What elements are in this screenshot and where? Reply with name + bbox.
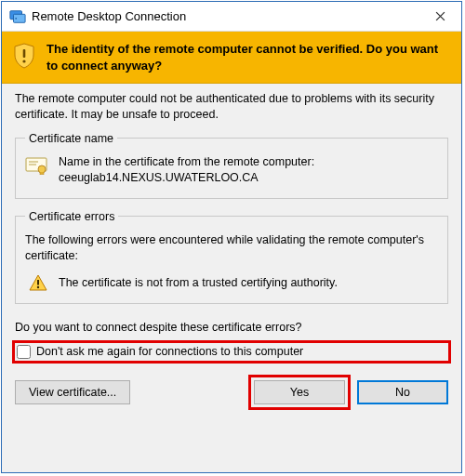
close-button[interactable]: [418, 2, 461, 32]
cert-error-item: The certificate is not from a trusted ce…: [25, 273, 438, 292]
dont-ask-checkbox[interactable]: [17, 345, 31, 359]
warning-triangle-icon: [29, 273, 47, 292]
svg-point-2: [15, 17, 17, 19]
connect-prompt: Do you want to connect despite these cer…: [15, 321, 448, 334]
rdc-app-icon: [9, 8, 26, 25]
yes-button[interactable]: Yes: [254, 380, 345, 404]
dialog-body: The remote computer could not be authent…: [2, 84, 461, 472]
svg-point-10: [37, 285, 39, 287]
window-title: Remote Desktop Connection: [32, 9, 418, 23]
cert-errors-legend: Certificate errors: [25, 210, 118, 223]
certificate-name-group: Certificate name Name in the certificate…: [15, 132, 448, 199]
banner-text: The identity of the remote computer cann…: [46, 41, 450, 73]
titlebar: Remote Desktop Connection: [2, 2, 461, 32]
certificate-icon: [25, 156, 47, 175]
button-row: View certificate... Yes No: [15, 377, 448, 407]
cert-name-label: Name in the certificate from the remote …: [59, 154, 314, 171]
no-button[interactable]: No: [357, 380, 448, 404]
view-certificate-button[interactable]: View certificate...: [15, 380, 130, 404]
cert-name-block: Name in the certificate from the remote …: [59, 154, 314, 187]
warning-banner: The identity of the remote computer cann…: [2, 32, 461, 84]
explanation-text: The remote computer could not be authent…: [15, 91, 448, 123]
svg-point-4: [22, 60, 25, 62]
cert-name-legend: Certificate name: [25, 132, 117, 145]
cert-name-value: ceeuglab14.NEXUS.UWATERLOO.CA: [59, 170, 314, 187]
svg-rect-3: [23, 49, 26, 58]
svg-point-6: [38, 165, 46, 173]
close-icon: [435, 9, 445, 24]
dialog-window: Remote Desktop Connection The identity o…: [1, 1, 462, 473]
certificate-errors-group: Certificate errors The following errors …: [15, 210, 448, 304]
cert-error-text: The certificate is not from a trusted ce…: [59, 276, 338, 289]
svg-rect-9: [37, 280, 39, 285]
shield-warning-icon: [13, 43, 35, 69]
dont-ask-checkbox-row[interactable]: Don't ask me again for connections to th…: [15, 343, 448, 361]
dont-ask-label: Don't ask me again for connections to th…: [36, 345, 303, 358]
cert-errors-intro: The following errors were encountered wh…: [25, 232, 438, 264]
yes-highlight: Yes: [251, 377, 348, 407]
